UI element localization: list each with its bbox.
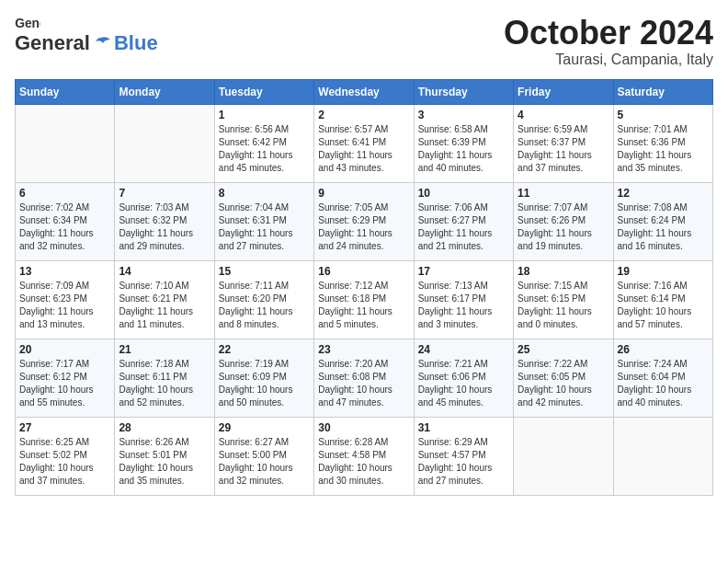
day-details: Sunrise: 7:03 AMSunset: 6:32 PMDaylight:… xyxy=(119,201,210,253)
weekday-header-row: SundayMondayTuesdayWednesdayThursdayFrid… xyxy=(16,79,713,104)
day-details: Sunrise: 7:19 AMSunset: 6:09 PMDaylight:… xyxy=(219,358,310,409)
day-details: Sunrise: 6:29 AMSunset: 4:57 PMDaylight:… xyxy=(418,436,509,488)
day-number: 8 xyxy=(219,187,310,200)
day-number: 25 xyxy=(518,343,609,356)
day-number: 1 xyxy=(219,109,310,121)
day-number: 29 xyxy=(219,421,310,434)
calendar-cell: 27Sunrise: 6:25 AMSunset: 5:02 PMDayligh… xyxy=(16,417,115,495)
calendar-cell xyxy=(115,104,214,182)
day-number: 4 xyxy=(518,109,609,121)
calendar-table: SundayMondayTuesdayWednesdayThursdayFrid… xyxy=(15,79,713,496)
day-details: Sunrise: 7:24 AMSunset: 6:04 PMDaylight:… xyxy=(618,358,709,409)
calendar-cell xyxy=(613,417,712,495)
calendar-cell: 20Sunrise: 7:17 AMSunset: 6:12 PMDayligh… xyxy=(16,339,115,417)
calendar-cell: 19Sunrise: 7:16 AMSunset: 6:14 PMDayligh… xyxy=(613,260,712,339)
week-row-5: 27Sunrise: 6:25 AMSunset: 5:02 PMDayligh… xyxy=(16,417,713,495)
location-title: Taurasi, Campania, Italy xyxy=(504,52,713,68)
weekday-header-wednesday: Wednesday xyxy=(314,79,414,104)
day-details: Sunrise: 6:58 AMSunset: 6:39 PMDaylight:… xyxy=(418,123,509,175)
logo-general: General xyxy=(15,31,90,55)
day-number: 16 xyxy=(318,265,409,278)
logo: General General Blue xyxy=(15,15,158,55)
calendar-cell: 3Sunrise: 6:58 AMSunset: 6:39 PMDaylight… xyxy=(414,104,513,182)
day-number: 17 xyxy=(418,265,509,278)
calendar-cell: 26Sunrise: 7:24 AMSunset: 6:04 PMDayligh… xyxy=(613,339,712,417)
day-number: 5 xyxy=(618,109,709,121)
calendar-cell: 15Sunrise: 7:11 AMSunset: 6:20 PMDayligh… xyxy=(214,260,313,339)
calendar-cell: 4Sunrise: 6:59 AMSunset: 6:37 PMDaylight… xyxy=(514,104,613,182)
day-number: 26 xyxy=(618,343,709,356)
day-number: 23 xyxy=(318,343,409,356)
logo-bird-icon xyxy=(92,36,112,51)
day-number: 20 xyxy=(19,343,110,356)
day-details: Sunrise: 7:15 AMSunset: 6:15 PMDaylight:… xyxy=(518,280,609,331)
day-number: 15 xyxy=(219,265,310,278)
day-details: Sunrise: 7:21 AMSunset: 6:06 PMDaylight:… xyxy=(418,358,509,409)
day-details: Sunrise: 7:06 AMSunset: 6:27 PMDaylight:… xyxy=(418,201,509,253)
calendar-cell: 5Sunrise: 7:01 AMSunset: 6:36 PMDaylight… xyxy=(613,104,712,182)
day-number: 7 xyxy=(119,187,210,200)
day-details: Sunrise: 6:28 AMSunset: 4:58 PMDaylight:… xyxy=(318,436,409,488)
day-details: Sunrise: 6:25 AMSunset: 5:02 PMDaylight:… xyxy=(19,436,110,488)
week-row-2: 6Sunrise: 7:02 AMSunset: 6:34 PMDaylight… xyxy=(16,182,713,260)
day-details: Sunrise: 7:22 AMSunset: 6:05 PMDaylight:… xyxy=(518,358,609,409)
day-details: Sunrise: 6:56 AMSunset: 6:42 PMDaylight:… xyxy=(219,123,310,175)
day-number: 31 xyxy=(418,421,509,434)
day-details: Sunrise: 7:02 AMSunset: 6:34 PMDaylight:… xyxy=(19,201,110,253)
calendar-cell xyxy=(514,417,613,495)
day-details: Sunrise: 7:10 AMSunset: 6:21 PMDaylight:… xyxy=(119,280,210,331)
day-details: Sunrise: 7:12 AMSunset: 6:18 PMDaylight:… xyxy=(318,280,409,331)
day-details: Sunrise: 7:09 AMSunset: 6:23 PMDaylight:… xyxy=(19,280,110,331)
day-number: 13 xyxy=(19,265,110,278)
day-details: Sunrise: 7:04 AMSunset: 6:31 PMDaylight:… xyxy=(219,201,310,253)
day-details: Sunrise: 7:13 AMSunset: 6:17 PMDaylight:… xyxy=(418,280,509,331)
logo-blue: Blue xyxy=(114,31,158,55)
logo-icon: General xyxy=(15,15,40,31)
calendar-cell: 7Sunrise: 7:03 AMSunset: 6:32 PMDaylight… xyxy=(115,182,214,260)
calendar-cell: 12Sunrise: 7:08 AMSunset: 6:24 PMDayligh… xyxy=(613,182,712,260)
calendar-cell: 22Sunrise: 7:19 AMSunset: 6:09 PMDayligh… xyxy=(214,339,313,417)
page-header: General General Blue October 2024 Tauras… xyxy=(15,15,713,68)
calendar-cell: 13Sunrise: 7:09 AMSunset: 6:23 PMDayligh… xyxy=(16,260,115,339)
calendar-cell: 8Sunrise: 7:04 AMSunset: 6:31 PMDaylight… xyxy=(214,182,313,260)
day-number: 24 xyxy=(418,343,509,356)
calendar-cell xyxy=(16,104,115,182)
calendar-cell: 10Sunrise: 7:06 AMSunset: 6:27 PMDayligh… xyxy=(414,182,513,260)
calendar-cell: 31Sunrise: 6:29 AMSunset: 4:57 PMDayligh… xyxy=(414,417,513,495)
day-number: 12 xyxy=(618,187,709,200)
day-number: 30 xyxy=(318,421,409,434)
day-number: 11 xyxy=(518,187,609,200)
calendar-cell: 11Sunrise: 7:07 AMSunset: 6:26 PMDayligh… xyxy=(514,182,613,260)
title-area: October 2024 Taurasi, Campania, Italy xyxy=(504,15,713,68)
weekday-header-monday: Monday xyxy=(115,79,214,104)
day-details: Sunrise: 7:20 AMSunset: 6:08 PMDaylight:… xyxy=(318,358,409,409)
day-number: 22 xyxy=(219,343,310,356)
weekday-header-sunday: Sunday xyxy=(16,79,115,104)
day-details: Sunrise: 6:57 AMSunset: 6:41 PMDaylight:… xyxy=(318,123,409,175)
day-details: Sunrise: 7:17 AMSunset: 6:12 PMDaylight:… xyxy=(19,358,110,409)
week-row-3: 13Sunrise: 7:09 AMSunset: 6:23 PMDayligh… xyxy=(16,260,713,339)
calendar-cell: 18Sunrise: 7:15 AMSunset: 6:15 PMDayligh… xyxy=(514,260,613,339)
calendar-cell: 2Sunrise: 6:57 AMSunset: 6:41 PMDaylight… xyxy=(314,104,414,182)
calendar-cell: 21Sunrise: 7:18 AMSunset: 6:11 PMDayligh… xyxy=(115,339,214,417)
calendar-cell: 23Sunrise: 7:20 AMSunset: 6:08 PMDayligh… xyxy=(314,339,414,417)
day-details: Sunrise: 7:11 AMSunset: 6:20 PMDaylight:… xyxy=(219,280,310,331)
day-number: 6 xyxy=(19,187,110,200)
day-number: 19 xyxy=(618,265,709,278)
day-details: Sunrise: 6:27 AMSunset: 5:00 PMDaylight:… xyxy=(219,436,310,488)
calendar-cell: 30Sunrise: 6:28 AMSunset: 4:58 PMDayligh… xyxy=(314,417,414,495)
calendar-cell: 6Sunrise: 7:02 AMSunset: 6:34 PMDaylight… xyxy=(16,182,115,260)
svg-text:General: General xyxy=(15,16,40,30)
calendar-cell: 28Sunrise: 6:26 AMSunset: 5:01 PMDayligh… xyxy=(115,417,214,495)
day-number: 9 xyxy=(318,187,409,200)
weekday-header-thursday: Thursday xyxy=(414,79,513,104)
calendar-cell: 1Sunrise: 6:56 AMSunset: 6:42 PMDaylight… xyxy=(214,104,313,182)
day-number: 21 xyxy=(119,343,210,356)
day-details: Sunrise: 7:07 AMSunset: 6:26 PMDaylight:… xyxy=(518,201,609,253)
day-details: Sunrise: 7:05 AMSunset: 6:29 PMDaylight:… xyxy=(318,201,409,253)
calendar-cell: 29Sunrise: 6:27 AMSunset: 5:00 PMDayligh… xyxy=(214,417,313,495)
day-number: 2 xyxy=(318,109,409,121)
calendar-cell: 16Sunrise: 7:12 AMSunset: 6:18 PMDayligh… xyxy=(314,260,414,339)
calendar-cell: 17Sunrise: 7:13 AMSunset: 6:17 PMDayligh… xyxy=(414,260,513,339)
day-details: Sunrise: 6:59 AMSunset: 6:37 PMDaylight:… xyxy=(518,123,609,175)
